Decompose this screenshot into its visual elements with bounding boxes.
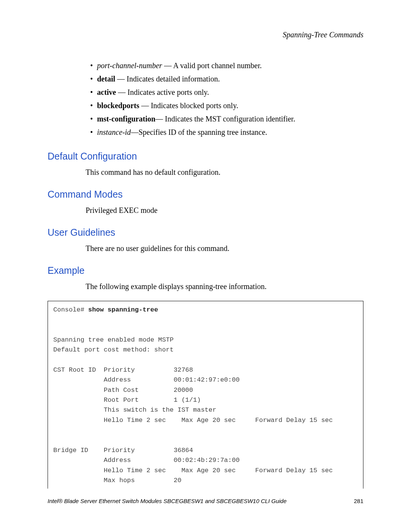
footer-text: Intel® Blade Server Ethernet Switch Modu… [48, 498, 287, 504]
code-line: Root Port 1 (1/1) [53, 396, 201, 404]
parameter-desc: — Indicates blocked ports only. [139, 101, 238, 110]
heading-user-guidelines: User Guidelines [48, 227, 363, 238]
body-user-guidelines: There are no user guidelines for this co… [48, 243, 363, 254]
parameter-term: blockedports [97, 101, 139, 110]
parameter-item: port-channel-number — A valid port chann… [48, 60, 363, 71]
code-example-box: Console# show spanning-tree Spanning tre… [48, 301, 363, 489]
code-line: Address 00:02:4b:29:7a:00 [53, 457, 240, 464]
parameter-item: active — Indicates active ports only. [48, 87, 363, 97]
body-example: The following example displays spanning-… [48, 281, 363, 292]
console-prompt: Console# [53, 306, 88, 313]
body-default-configuration: This command has no default configuratio… [48, 167, 363, 177]
parameter-desc: — Indicates active ports only. [116, 88, 209, 96]
parameter-desc: — A valid port channel number. [162, 61, 262, 70]
running-header: Spanning-Tree Commands [48, 30, 363, 39]
code-line: Address 00:01:42:97:e0:00 [53, 376, 240, 383]
console-command: show spanning-tree [88, 306, 158, 313]
heading-example: Example [48, 265, 363, 276]
parameter-term: active [97, 88, 116, 96]
code-line: Spanning tree enabled mode MSTP [53, 336, 174, 343]
parameter-item: mst-configuration— Indicates the MST con… [48, 113, 363, 124]
parameter-item: blockedports — Indicates blocked ports o… [48, 100, 363, 111]
page-content: Spanning-Tree Commands port-channel-numb… [48, 30, 363, 489]
parameter-item: instance-id—Specifies ID of the spanning… [48, 127, 363, 137]
page-number: 281 [354, 498, 363, 504]
code-line: CST Root ID Priority 32768 [53, 366, 193, 374]
parameter-list: port-channel-number — A valid port chann… [48, 60, 363, 137]
heading-default-configuration: Default Configuration [48, 151, 363, 162]
parameter-term: port-channel-number [97, 61, 162, 70]
parameter-desc: — Indicates the MST configuration identi… [155, 115, 295, 123]
parameter-item: detail — Indicates detailed information. [48, 73, 363, 84]
body-command-modes: Privileged EXEC mode [48, 205, 363, 216]
code-line: Max hops 20 [53, 477, 182, 484]
page-footer: Intel® Blade Server Ethernet Switch Modu… [48, 498, 363, 504]
code-line: Default port cost method: short [53, 346, 174, 353]
parameter-term: instance-id [97, 128, 131, 136]
code-line: Path Cost 20000 [53, 387, 193, 394]
parameter-term: mst-configuration [97, 115, 155, 123]
parameter-desc: —Specifies ID of the spanning tree insta… [131, 128, 267, 136]
code-line: Hello Time 2 sec Max Age 20 sec Forward … [53, 417, 333, 424]
heading-command-modes: Command Modes [48, 189, 363, 200]
code-line: Bridge ID Priority 36864 [53, 447, 193, 454]
code-line: Hello Time 2 sec Max Age 20 sec Forward … [53, 467, 333, 474]
parameter-desc: — Indicates detailed information. [115, 75, 220, 83]
parameter-term: detail [97, 75, 115, 83]
code-line: This switch is the IST master [53, 406, 216, 414]
